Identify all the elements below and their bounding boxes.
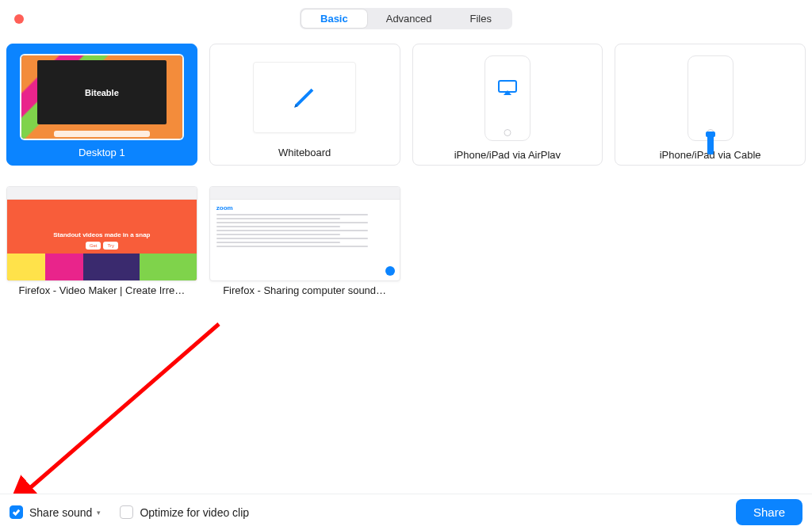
share-button[interactable]: Share [736, 499, 802, 525]
footer-bar: Share sound ▾ Optimize for video clip Sh… [0, 494, 812, 530]
airplay-icon [498, 80, 517, 99]
share-sound-checkbox[interactable]: Share sound ▾ [10, 505, 101, 519]
tab-advanced[interactable]: Advanced [367, 10, 451, 28]
pencil-icon [291, 84, 318, 111]
desktop-thumb-text: Biteable [85, 88, 119, 97]
tile-cable[interactable]: iPhone/iPad via Cable [615, 44, 806, 166]
checkbox-label: Share sound [29, 506, 92, 519]
tab-files[interactable]: Files [451, 10, 511, 28]
page-brand: zoom [216, 204, 393, 212]
mode-tabs: Basic Advanced Files [300, 8, 512, 29]
cable-icon [707, 135, 714, 154]
check-icon [12, 508, 21, 517]
checkbox-box [10, 505, 23, 519]
tile-whiteboard[interactable]: Whiteboard [209, 44, 400, 166]
tile-label: Firefox - Video Maker | Create Irre… [18, 284, 185, 296]
hero-text: Standout videos made in a snap [48, 231, 155, 238]
tile-label: Firefox - Sharing computer sound… [223, 284, 386, 296]
tile-airplay[interactable]: iPhone/iPad via AirPlay [412, 44, 603, 166]
tile-label: iPhone/iPad via AirPlay [454, 149, 561, 158]
checkbox-label: Optimize for video clip [140, 506, 249, 519]
window-thumbnail: zoom [209, 186, 400, 281]
tile-firefox-biteable[interactable]: Standout videos made in a snap GetTry Fi… [6, 177, 197, 296]
annotation-arrow [11, 321, 233, 507]
optimize-video-checkbox[interactable]: Optimize for video clip [120, 505, 249, 519]
cable-thumbnail [622, 51, 799, 146]
svg-line-1 [25, 324, 219, 492]
window-close-button[interactable] [14, 14, 24, 24]
tab-basic[interactable]: Basic [301, 10, 367, 28]
desktop-thumbnail: Biteable [13, 51, 190, 143]
tile-desktop-1[interactable]: Biteable Desktop 1 [6, 44, 197, 166]
tile-firefox-zoom-help[interactable]: zoom Firefox - Sharing computer sound… [209, 177, 400, 296]
whiteboard-thumbnail [216, 51, 393, 143]
share-options-grid: Biteable Desktop 1 Whiteboard [6, 44, 806, 296]
chevron-down-icon[interactable]: ▾ [97, 509, 101, 517]
checkbox-box [120, 505, 133, 519]
window-thumbnail: Standout videos made in a snap GetTry [6, 186, 197, 281]
tile-label: Whiteboard [278, 147, 331, 158]
svg-rect-0 [499, 81, 516, 92]
airplay-thumbnail [419, 51, 596, 146]
tile-label: Desktop 1 [79, 147, 125, 158]
